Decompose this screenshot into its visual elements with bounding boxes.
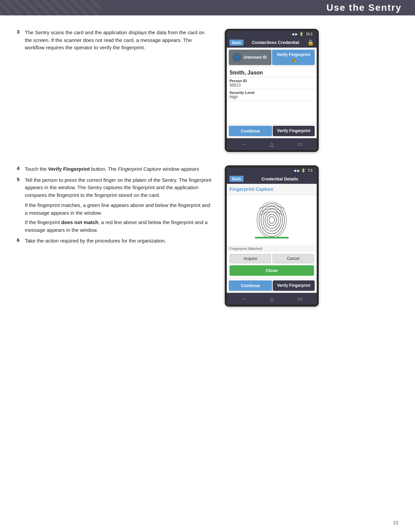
- continue-button-2[interactable]: Continue: [229, 280, 272, 291]
- fingerprint-svg: [255, 202, 289, 238]
- step4-item: 4 Touch the Verify Fingerprint button. T…: [17, 165, 211, 173]
- does-not-match-bold: does not match: [61, 219, 98, 225]
- fp-acquire-cancel: Acquire Cancel: [227, 252, 317, 265]
- nav-menu-icon-2[interactable]: ▭: [297, 296, 302, 302]
- security-level-label: Security Level: [229, 91, 314, 95]
- steps456-section: 4 Touch the Verify Fingerprint button. T…: [17, 165, 398, 307]
- lock-icon-1: 🔒: [307, 39, 314, 46]
- person-id-value: 98523: [229, 83, 314, 88]
- fingerprint-icon-1: 🔏: [291, 58, 296, 62]
- step6-content: Take the action required by the procedur…: [25, 237, 166, 245]
- step4-number: 4: [17, 165, 25, 171]
- action-buttons-1: 👤 Unknown ID Verify Fingerprint 🔏: [227, 48, 317, 67]
- nav-menu-icon-1[interactable]: ▭: [297, 141, 302, 147]
- continue-button-1[interactable]: Continue: [229, 126, 272, 136]
- fp-image-area: [227, 195, 317, 245]
- back-button-1[interactable]: Back: [229, 40, 244, 46]
- phone-screen-1: ◀ ▶ 🔋 11:1 Back Contactless Credential 🔒…: [227, 31, 317, 150]
- person-id-field: Person ID 98523: [227, 77, 317, 89]
- svg-point-0: [269, 217, 274, 223]
- back-button-2[interactable]: Back: [229, 176, 244, 182]
- fingerprint-image: [255, 202, 289, 238]
- steps456-text-area: 4 Touch the Verify Fingerprint button. T…: [17, 165, 211, 307]
- step5-sub-steps: If the fingerprint matches, a green line…: [25, 202, 211, 234]
- nav-home-icon-2[interactable]: △: [270, 296, 274, 302]
- page-title: Use the Sentry: [326, 2, 402, 13]
- verify-fp-bottom-button[interactable]: Verify Fingerprint: [273, 126, 315, 136]
- step3-text-area: 3 The Sentry scans the card and the appl…: [17, 29, 211, 152]
- step3-number: 3: [17, 29, 25, 35]
- security-level-field: Security Level High: [227, 89, 317, 101]
- person-name-1: Smith, Jason: [227, 67, 317, 77]
- page-content: 3 The Sentry scans the card and the appl…: [0, 15, 415, 340]
- bottom-action-bar-1: Continue Verify Fingerprint: [227, 124, 317, 138]
- acquire-button[interactable]: Acquire: [229, 254, 271, 263]
- phone-screen-2: ◀ ▶ 🔋 7:1 Back Credential Details Finger…: [227, 167, 317, 305]
- verify-fp-bold: Verify Fingerprint: [48, 166, 90, 172]
- battery-icon-2: 🔋: [301, 169, 305, 172]
- nav-bar-1: ← △ ▭: [227, 138, 317, 150]
- app-header-2: Back Credential Details: [227, 174, 317, 184]
- battery-icon: 🔋: [299, 32, 303, 36]
- app-header-title-1: Contactless Credential: [246, 40, 305, 45]
- step5-item: 5 Tell the person to press the correct f…: [17, 176, 211, 199]
- step5-number: 5: [17, 176, 25, 182]
- nav-back-icon-1[interactable]: ←: [241, 141, 247, 147]
- app-header-1: Back Contactless Credential 🔒: [227, 37, 317, 48]
- svg-point-3: [263, 209, 280, 231]
- verify-fp-label-1: Verify Fingerprint: [277, 52, 310, 57]
- step3-item: 3 The Sentry scans the card and the appl…: [17, 29, 211, 52]
- page-number: 15: [393, 520, 398, 525]
- person-id-label: Person ID: [229, 79, 314, 83]
- step3-section: 3 The Sentry scans the card and the appl…: [17, 29, 398, 152]
- phone-mockup-2: ◀ ▶ 🔋 7:1 Back Credential Details Finger…: [225, 165, 319, 307]
- fp-capture-header: Fingerprint Capture: [227, 184, 317, 195]
- phone-mockup-1: ◀ ▶ 🔋 11:1 Back Contactless Credential 🔒…: [225, 29, 319, 152]
- step6-number: 6: [17, 237, 25, 243]
- step5-sub1: If the fingerprint matches, a green line…: [25, 202, 211, 217]
- nav-bar-2: ← △ ▭: [227, 293, 317, 305]
- person-icon: 👤: [232, 53, 242, 62]
- step5-sub2: If the fingerprint does not match, a red…: [25, 219, 211, 234]
- nav-home-icon-1[interactable]: △: [270, 141, 274, 147]
- spacer-1: [227, 101, 317, 121]
- step3-content: The Sentry scans the card and the applic…: [25, 29, 211, 52]
- cancel-button[interactable]: Cancel: [272, 254, 314, 263]
- status-time-1: 11:1: [305, 32, 314, 36]
- status-bar-2: ◀ ▶ 🔋 7:1: [227, 167, 317, 174]
- svg-point-4: [261, 206, 282, 234]
- fp-matched-text: Fingerprint Matched: [227, 245, 317, 252]
- verify-fp-button-2[interactable]: Verify Fingerprint: [273, 280, 315, 291]
- verify-fingerprint-button-1[interactable]: Verify Fingerprint 🔏: [272, 50, 315, 65]
- status-bar-1: ◀ ▶ 🔋 11:1: [227, 31, 317, 37]
- status-time-2: 7:1: [307, 168, 314, 173]
- unknown-id-button[interactable]: 👤 Unknown ID: [229, 50, 271, 65]
- svg-rect-7: [255, 237, 289, 238]
- security-level-value: High: [229, 95, 314, 99]
- page-header: Use the Sentry: [0, 0, 415, 15]
- signal-icon-2: ◀ ▶: [294, 169, 300, 172]
- step6-item: 6 Take the action required by the proced…: [17, 237, 211, 245]
- fp-capture-italic: Fingerprint Capture: [118, 166, 161, 172]
- step4-content: Touch the Verify Fingerprint button. The…: [25, 165, 199, 173]
- svg-point-1: [267, 214, 276, 226]
- close-button[interactable]: Close: [229, 265, 314, 276]
- step5-content: Tell the person to press the correct fin…: [25, 176, 211, 199]
- signal-icon: ◀ ▶: [292, 32, 298, 36]
- unknown-id-label: Unknown ID: [244, 55, 267, 60]
- bottom-action-bar-2: Continue Verify Fingerprint: [227, 278, 317, 293]
- nav-back-icon-2[interactable]: ←: [241, 296, 247, 302]
- app-header-title-2: Credential Details: [246, 176, 314, 181]
